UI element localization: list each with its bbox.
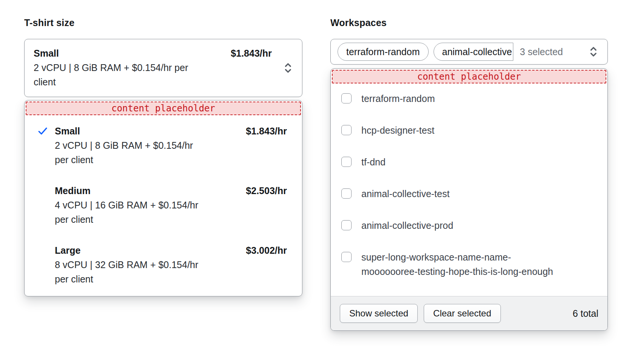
option-title: Small	[55, 124, 80, 138]
checkbox-unchecked[interactable]	[341, 125, 352, 135]
selected-count: 3 selected	[520, 46, 563, 57]
workspace-option[interactable]: super-long-workspace-name-name-moooooore…	[341, 250, 597, 279]
workspaces-options-list: terraform-random hcp-designer-test tf-dn…	[331, 85, 607, 296]
workspace-option[interactable]: animal-collective-prod	[341, 218, 597, 233]
option-title: Medium	[55, 184, 90, 198]
checkbox-unchecked[interactable]	[341, 252, 352, 262]
option-price: $3.002/hr	[246, 243, 287, 258]
selected-option-price: $1.843/hr	[231, 46, 272, 60]
workspace-option-label: super-long-workspace-name-name-moooooore…	[361, 250, 560, 279]
option-body: Large $3.002/hr 8 vCPU | 32 GiB RAM + $0…	[55, 243, 287, 286]
check-icon-placeholder	[37, 243, 55, 286]
workspace-option[interactable]: tf-dnd	[341, 155, 597, 169]
workspace-option-label: hcp-designer-test	[361, 123, 434, 137]
checkbox-unchecked[interactable]	[341, 188, 352, 199]
selected-option-description: 2 vCPU | 8 GiB RAM + $0.154/hr per clien…	[34, 60, 200, 89]
option-price: $2.503/hr	[246, 184, 287, 198]
tshirt-options-list: Small $1.843/hr 2 vCPU | 8 GiB RAM + $0.…	[25, 116, 302, 295]
checkbox-unchecked[interactable]	[341, 93, 352, 103]
total-count: 6 total	[573, 308, 598, 319]
workspace-option[interactable]: animal-collective-test	[341, 187, 597, 201]
option-small[interactable]: Small $1.843/hr 2 vCPU | 8 GiB RAM + $0.…	[37, 124, 287, 167]
workspaces-label: Workspaces	[330, 17, 608, 29]
selected-option-title: Small	[34, 46, 59, 60]
selected-pill[interactable]: terraform-random	[338, 43, 429, 61]
checkbox-unchecked[interactable]	[341, 157, 352, 167]
chevron-up-down-icon	[588, 45, 599, 58]
chevron-up-down-icon	[282, 62, 294, 74]
tshirt-size-field: T-shirt size Small $1.843/hr 2 vCPU | 8 …	[24, 17, 302, 296]
selected-option-head: Small $1.843/hr	[34, 46, 293, 60]
option-large[interactable]: Large $3.002/hr 8 vCPU | 32 GiB RAM + $0…	[37, 243, 287, 286]
option-body: Medium $2.503/hr 4 vCPU | 16 GiB RAM + $…	[55, 184, 287, 227]
option-body: Small $1.843/hr 2 vCPU | 8 GiB RAM + $0.…	[55, 124, 287, 167]
option-description: 4 vCPU | 16 GiB RAM + $0.154/hr per clie…	[55, 198, 200, 227]
show-selected-button[interactable]: Show selected	[340, 304, 418, 323]
content-placeholder: content placeholder	[332, 70, 606, 83]
option-price: $1.843/hr	[246, 124, 287, 138]
workspaces-dropdown: content placeholder terraform-random hcp…	[330, 68, 608, 331]
workspace-option[interactable]: terraform-random	[341, 91, 597, 106]
tshirt-size-label: T-shirt size	[24, 17, 302, 29]
workspace-option-label: animal-collective-test	[361, 187, 449, 201]
option-title: Large	[55, 243, 81, 258]
workspace-option-label: terraform-random	[361, 91, 435, 106]
option-description: 2 vCPU | 8 GiB RAM + $0.154/hr per clien…	[55, 138, 200, 167]
workspaces-field: Workspaces terraform-random animal-colle…	[330, 17, 608, 331]
workspace-option-label: animal-collective-prod	[361, 218, 453, 233]
tshirt-size-dropdown: content placeholder Small $1.843/hr 2 vC…	[24, 100, 302, 296]
tshirt-size-select-trigger[interactable]: Small $1.843/hr 2 vCPU | 8 GiB RAM + $0.…	[24, 39, 302, 97]
checkbox-unchecked[interactable]	[341, 220, 352, 230]
check-icon-placeholder	[37, 184, 55, 227]
workspace-option-label: tf-dnd	[361, 155, 386, 169]
check-icon	[37, 124, 55, 167]
content-placeholder: content placeholder	[26, 102, 301, 115]
selected-pill-clipped[interactable]: animal-collective	[434, 43, 514, 61]
clear-selected-button[interactable]: Clear selected	[424, 304, 500, 323]
workspaces-select-trigger[interactable]: terraform-random animal-collective 3 sel…	[330, 39, 608, 65]
option-description: 8 vCPU | 32 GiB RAM + $0.154/hr per clie…	[55, 258, 200, 286]
option-medium[interactable]: Medium $2.503/hr 4 vCPU | 16 GiB RAM + $…	[37, 184, 287, 227]
workspace-option[interactable]: hcp-designer-test	[341, 123, 597, 137]
workspaces-dropdown-footer: Show selected Clear selected 6 total	[331, 296, 607, 330]
